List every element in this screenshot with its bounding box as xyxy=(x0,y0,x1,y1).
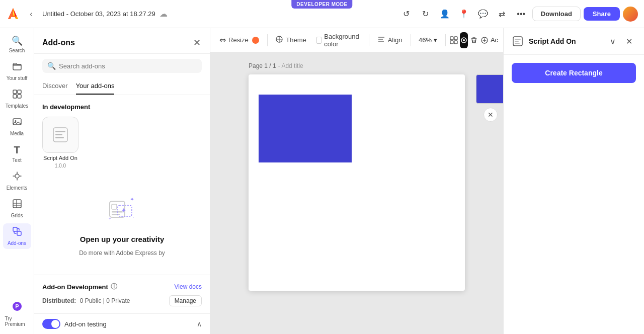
tab-discover[interactable]: Discover xyxy=(42,78,68,95)
addons-tabs: Discover Your add-ons xyxy=(34,78,210,95)
topbar-actions: ↺ ↻ 👤 📍 💬 ⇄ ••• Download Share xyxy=(398,6,638,22)
component-button[interactable] xyxy=(460,32,468,48)
addon-dev-section: Add-on Development ⓘ View docs Distribut… xyxy=(34,275,210,313)
panel-close-button[interactable]: ✕ xyxy=(622,34,636,48)
search-input-wrap[interactable]: 🔍 xyxy=(42,59,202,73)
sidebar-item-templates[interactable]: Templates xyxy=(3,86,31,112)
svg-rect-42 xyxy=(515,41,519,42)
left-sidebar: 🔍 Search Your stuff xyxy=(0,28,34,334)
right-panel: Script Add On ∨ ✕ Create Rectangle xyxy=(503,28,644,334)
view-docs-link[interactable]: View docs xyxy=(175,283,202,290)
developer-mode-badge: DEVELOPER MODE xyxy=(291,0,352,9)
toggle-knob xyxy=(51,320,59,328)
sidebar-item-addons[interactable]: Add-ons xyxy=(3,223,31,249)
premium-icon: P xyxy=(12,301,23,314)
close-swatch-button[interactable]: ✕ xyxy=(484,108,498,122)
tab-your-addons[interactable]: Your add-ons xyxy=(76,78,115,95)
svg-rect-18 xyxy=(55,134,62,135)
toolbar-more-label: Ac xyxy=(491,36,498,44)
position-button[interactable] xyxy=(450,32,458,48)
main-layout: 🔍 Search Your stuff xyxy=(0,28,644,334)
addon-testing-row: Add-on testing ∧ xyxy=(34,313,210,334)
sidebar-item-grids[interactable]: Grids xyxy=(3,196,31,221)
sidebar-item-search[interactable]: 🔍 Search xyxy=(3,32,31,56)
resize-icon: ⇔ xyxy=(219,35,226,45)
undo-button[interactable]: ↺ xyxy=(398,6,415,22)
background-color-button[interactable]: Background color xyxy=(312,31,365,50)
addons-panel: Add-ons ✕ 🔍 Discover Your add-ons In dev… xyxy=(34,28,210,334)
color-swatch[interactable] xyxy=(476,74,503,104)
distributed-label: Distributed: xyxy=(42,297,76,304)
more-options-button[interactable]: ••• xyxy=(513,6,529,22)
svg-point-6 xyxy=(15,120,16,122)
addon-dev-header: Add-on Development ⓘ View docs xyxy=(42,282,202,291)
manage-button[interactable]: Manage xyxy=(169,295,202,306)
avatar[interactable] xyxy=(623,7,638,22)
download-button[interactable]: Download xyxy=(532,7,581,21)
close-panel-button[interactable]: ✕ xyxy=(192,36,202,49)
text-icon: T xyxy=(14,144,20,156)
addons-header: Add-ons ✕ xyxy=(34,28,210,54)
collaborators-button[interactable]: 👤 xyxy=(437,6,453,22)
theme-icon xyxy=(275,35,283,45)
svg-rect-19 xyxy=(55,137,64,138)
svg-rect-8 xyxy=(13,200,21,208)
sidebar-item-try-premium[interactable]: P Try Premium xyxy=(3,298,31,330)
svg-rect-36 xyxy=(454,41,457,44)
right-panel-body: Create Rectangle xyxy=(504,55,644,91)
svg-rect-5 xyxy=(13,119,21,125)
svg-text:✦: ✦ xyxy=(130,196,134,202)
zoom-control[interactable]: 46% ▾ xyxy=(415,34,441,46)
folder-icon xyxy=(12,61,22,74)
canvas-page[interactable] xyxy=(249,74,465,291)
theme-button[interactable]: Theme xyxy=(271,33,310,47)
location-button[interactable]: 📍 xyxy=(456,6,472,22)
create-rectangle-button[interactable]: Create Rectangle xyxy=(512,63,636,83)
info-icon[interactable]: ⓘ xyxy=(111,282,117,291)
svg-text:✦: ✦ xyxy=(121,206,127,214)
svg-rect-33 xyxy=(450,37,453,40)
search-bar: 🔍 xyxy=(34,54,210,78)
sidebar-item-media[interactable]: Media xyxy=(3,114,31,139)
back-button[interactable]: ‹ xyxy=(24,7,38,21)
redo-button[interactable]: ↻ xyxy=(418,6,434,22)
panel-collapse-button[interactable]: ∨ xyxy=(606,34,620,48)
sidebar-item-text[interactable]: T Text xyxy=(3,141,31,166)
search-input[interactable] xyxy=(59,62,197,70)
page-label: Page 1 / 1 - Add title xyxy=(249,62,303,69)
media-icon xyxy=(12,117,22,129)
empty-icon-area: ✦ ✦ + · xyxy=(102,189,142,229)
toolbar-divider-1 xyxy=(267,34,268,46)
chevron-up-icon[interactable]: ∧ xyxy=(197,320,202,328)
distributed-value: 0 Public | 0 Private xyxy=(80,297,130,304)
sidebar-item-elements[interactable]: Elements xyxy=(3,168,31,194)
add-button[interactable] xyxy=(480,32,489,48)
comment-button[interactable]: 💬 xyxy=(475,6,491,22)
in-development-label: In development xyxy=(42,103,202,111)
right-panel-title: Script Add On xyxy=(529,37,601,45)
svg-text:+: + xyxy=(109,216,111,221)
align-button[interactable]: Align xyxy=(373,33,407,47)
add-title-link[interactable]: - Add title xyxy=(278,62,303,69)
distributed-row: Distributed: 0 Public | 0 Private Manage xyxy=(42,295,202,306)
svg-rect-35 xyxy=(450,41,453,44)
svg-rect-21 xyxy=(112,204,117,209)
svg-point-7 xyxy=(15,174,19,178)
cloud-sync-icon: ☁ xyxy=(159,9,168,19)
delete-button[interactable] xyxy=(470,32,478,48)
share-button[interactable]: Share xyxy=(584,7,620,21)
sidebar-item-your-stuff[interactable]: Your stuff xyxy=(3,58,31,84)
testing-toggle[interactable] xyxy=(42,319,60,329)
app-logo[interactable] xyxy=(6,7,20,21)
addon-card-script[interactable]: Script Add On 1.0.0 xyxy=(42,117,78,169)
grids-icon xyxy=(12,199,22,211)
elements-icon xyxy=(12,171,22,184)
svg-rect-3 xyxy=(13,95,17,98)
svg-rect-2 xyxy=(18,90,21,94)
canvas-rectangle[interactable] xyxy=(259,95,352,162)
canvas-body: Page 1 / 1 - Add title ✕ xyxy=(210,52,503,334)
share-history-button[interactable]: ⇄ xyxy=(494,6,510,22)
svg-rect-41 xyxy=(515,39,521,40)
svg-text:·: · xyxy=(133,215,134,220)
resize-button[interactable]: ⇔ Resize xyxy=(215,33,263,47)
